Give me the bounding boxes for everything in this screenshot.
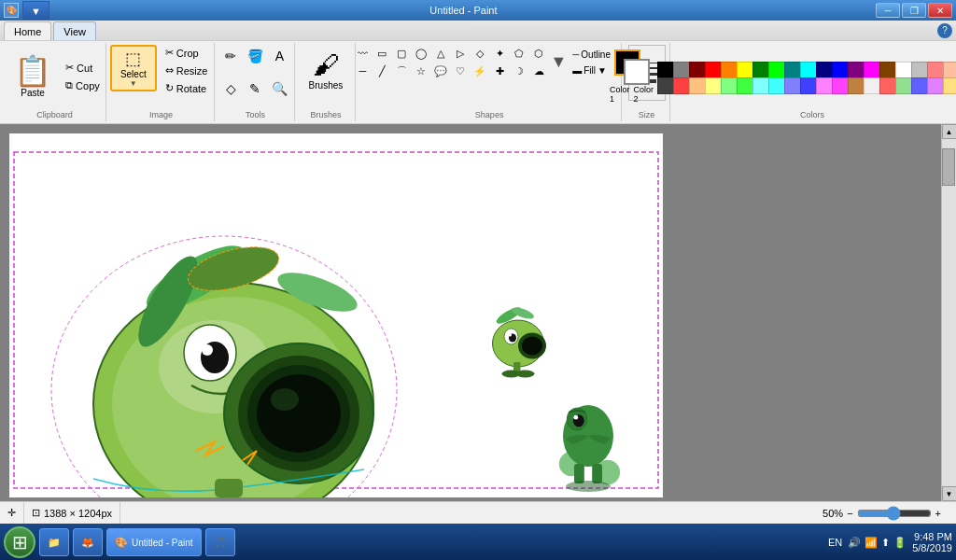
shape-arrow[interactable]: ▷ bbox=[451, 45, 470, 62]
pencil-tool[interactable]: ✏ bbox=[219, 45, 242, 67]
zoom-in-icon[interactable]: + bbox=[935, 508, 941, 519]
shape-rect[interactable]: ▭ bbox=[373, 45, 391, 62]
scroll-down-button[interactable]: ▼ bbox=[942, 486, 957, 501]
swatch-r3[interactable] bbox=[943, 62, 956, 78]
swatch-s16[interactable] bbox=[895, 77, 912, 94]
volume-icon[interactable]: 🔊 bbox=[848, 537, 861, 549]
file-menu-btn[interactable]: ▼ bbox=[22, 1, 49, 20]
text-tool[interactable]: A bbox=[268, 45, 290, 67]
swatch-s15[interactable] bbox=[879, 77, 896, 94]
swatch-magenta[interactable] bbox=[864, 62, 880, 78]
swatch-gray[interactable] bbox=[673, 62, 690, 78]
swatch-s5[interactable] bbox=[721, 77, 738, 94]
fill-dropdown[interactable]: ▼ bbox=[598, 65, 607, 76]
shapes-scroll[interactable]: ▼ bbox=[550, 52, 567, 72]
network-icon[interactable]: 📶 bbox=[865, 537, 878, 549]
shape-rounded-rect[interactable]: ▢ bbox=[392, 45, 411, 62]
swatch-s4[interactable] bbox=[705, 77, 722, 94]
swatch-black[interactable] bbox=[657, 62, 674, 78]
tab-home[interactable]: Home bbox=[4, 21, 51, 40]
shape-heart[interactable]: ♡ bbox=[451, 63, 470, 79]
scroll-thumb[interactable] bbox=[942, 148, 955, 186]
tab-view[interactable]: View bbox=[53, 21, 96, 40]
select-dropdown-arrow[interactable]: ▼ bbox=[130, 79, 137, 88]
paste-button[interactable]: 📋 Paste bbox=[6, 45, 60, 108]
canvas-surface[interactable] bbox=[9, 133, 663, 497]
shape-curve[interactable]: ⌒ bbox=[392, 63, 411, 79]
help-button[interactable]: ? bbox=[937, 23, 952, 38]
select-button[interactable]: ⬚ Select ▼ bbox=[110, 45, 157, 91]
swatch-s11[interactable] bbox=[816, 77, 833, 94]
zoom-slider[interactable] bbox=[857, 506, 932, 521]
close-button[interactable]: ✕ bbox=[928, 3, 952, 18]
eraser-tool[interactable]: ◇ bbox=[219, 77, 242, 100]
swatch-green[interactable] bbox=[768, 62, 785, 78]
crop-button[interactable]: ✂ Crop bbox=[161, 45, 213, 61]
ribbon: Home View ? 📋 Paste ✂ Cut ⧉ bbox=[0, 21, 956, 124]
swatch-brown[interactable] bbox=[879, 62, 896, 78]
restore-button[interactable]: ❐ bbox=[902, 3, 926, 18]
clock[interactable]: 9:48 PM 5/8/2019 bbox=[912, 531, 952, 553]
color-2-swatch[interactable] bbox=[624, 59, 650, 85]
swatch-s3[interactable] bbox=[689, 77, 706, 94]
shape-line[interactable]: ─ bbox=[353, 63, 372, 79]
shape-hex[interactable]: ⬡ bbox=[529, 45, 548, 62]
brushes-button[interactable]: 🖌 Brushes bbox=[301, 45, 352, 95]
copy-button[interactable]: ⧉ Copy bbox=[62, 77, 104, 93]
shape-cloud[interactable]: ☁ bbox=[529, 63, 548, 79]
swatch-navy[interactable] bbox=[816, 62, 833, 78]
swatch-s17[interactable] bbox=[911, 77, 928, 94]
taskbar-firefox[interactable]: 🦊 bbox=[73, 528, 103, 556]
swatch-blue[interactable] bbox=[832, 62, 849, 78]
zoom-out-icon[interactable]: − bbox=[847, 508, 852, 519]
magnify-tool[interactable]: 🔍 bbox=[268, 77, 290, 100]
shape-moon[interactable]: ☽ bbox=[510, 63, 528, 79]
swatch-s6[interactable] bbox=[737, 77, 753, 94]
rotate-button[interactable]: ↻ Rotate bbox=[161, 80, 213, 96]
swatch-s8[interactable] bbox=[768, 77, 785, 94]
swatch-s2[interactable] bbox=[673, 77, 690, 94]
swatch-s19[interactable] bbox=[943, 77, 956, 94]
swatch-s12[interactable] bbox=[832, 77, 849, 94]
swatch-darkgreen[interactable] bbox=[752, 62, 769, 78]
shape-diamond[interactable]: ◇ bbox=[471, 45, 489, 62]
minimize-button[interactable]: ─ bbox=[876, 3, 900, 18]
shape-plus[interactable]: ✚ bbox=[490, 63, 509, 79]
taskbar-paint[interactable]: 🎨 Untitled - Paint bbox=[106, 528, 202, 556]
swatch-white[interactable] bbox=[895, 62, 912, 78]
shape-callout[interactable]: 💬 bbox=[431, 63, 450, 79]
swatch-s18[interactable] bbox=[927, 77, 944, 94]
shape-wavy[interactable]: 〰 bbox=[353, 45, 372, 62]
swatch-cyan[interactable] bbox=[800, 62, 817, 78]
swatch-s13[interactable] bbox=[848, 77, 865, 94]
shape-line2[interactable]: ╱ bbox=[373, 63, 391, 79]
start-button[interactable]: ⊞ bbox=[4, 526, 35, 558]
swatch-r1[interactable] bbox=[911, 62, 928, 78]
scroll-up-button[interactable]: ▲ bbox=[942, 124, 957, 139]
canvas-wrapper[interactable] bbox=[0, 124, 941, 501]
shape-pentagon[interactable]: ⬠ bbox=[510, 45, 528, 62]
fill-tool[interactable]: 🪣 bbox=[244, 45, 266, 67]
swatch-s7[interactable] bbox=[752, 77, 769, 94]
swatch-s9[interactable] bbox=[784, 77, 801, 94]
swatch-s10[interactable] bbox=[800, 77, 817, 94]
color-picker-tool[interactable]: ✎ bbox=[244, 77, 266, 100]
swatch-yellow[interactable] bbox=[737, 62, 753, 78]
swatch-teal[interactable] bbox=[784, 62, 801, 78]
swatch-s1[interactable] bbox=[657, 77, 674, 94]
shape-star4[interactable]: ✦ bbox=[490, 45, 509, 62]
taskbar-explorer[interactable]: 📁 bbox=[39, 528, 69, 556]
shape-ellipse[interactable]: ◯ bbox=[412, 45, 430, 62]
shape-star5[interactable]: ☆ bbox=[412, 63, 430, 79]
cut-button[interactable]: ✂ Cut bbox=[62, 60, 104, 76]
shape-lightning[interactable]: ⚡ bbox=[471, 63, 489, 79]
resize-button[interactable]: ⇔ Resize bbox=[161, 63, 213, 78]
swatch-r2[interactable] bbox=[927, 62, 944, 78]
taskbar-media[interactable]: 🎵 bbox=[205, 528, 235, 556]
shape-triangle[interactable]: △ bbox=[431, 45, 450, 62]
swatch-purple[interactable] bbox=[848, 62, 865, 78]
swatch-s14[interactable] bbox=[864, 77, 880, 94]
swatch-orange[interactable] bbox=[721, 62, 738, 78]
swatch-maroon[interactable] bbox=[689, 62, 706, 78]
swatch-red[interactable] bbox=[705, 62, 722, 78]
